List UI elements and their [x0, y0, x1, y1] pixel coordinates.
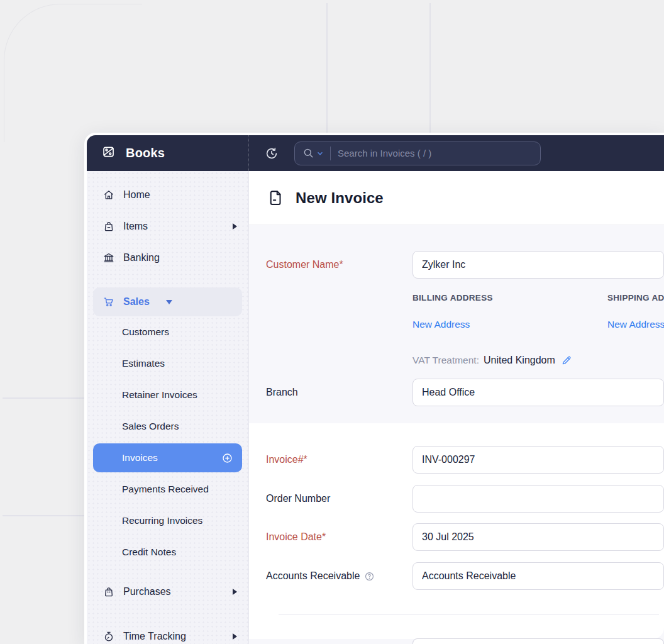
next-section	[249, 639, 664, 644]
background-divider	[429, 3, 431, 133]
background-divider	[326, 3, 328, 133]
sidebar-item-banking[interactable]: Banking	[87, 242, 248, 274]
invoice-details-section: Invoice#* Order Number Inv	[249, 423, 664, 639]
items-icon	[102, 220, 115, 233]
branch-label: Branch	[266, 387, 412, 398]
sidebar-item-label: Time Tracking	[123, 631, 186, 642]
cart-icon	[102, 296, 115, 308]
sidebar-item-label: Home	[123, 189, 150, 201]
customer-name-input[interactable]	[412, 251, 664, 279]
app-logo[interactable]: Books	[87, 135, 249, 171]
sidebar-item-sales-orders[interactable]: Sales Orders	[87, 411, 248, 442]
sidebar-item-label: Payments Received	[122, 484, 209, 495]
search-icon	[302, 147, 314, 159]
chevron-right-icon	[233, 633, 237, 640]
invoice-document-icon	[266, 189, 285, 208]
order-number-label: Order Number	[266, 493, 412, 504]
help-question-icon[interactable]	[364, 571, 375, 582]
sidebar-item-payments-received[interactable]: Payments Received	[87, 474, 248, 505]
vat-treatment-label: VAT Treatment:	[412, 355, 479, 366]
stopwatch-icon	[102, 630, 115, 643]
books-logo-icon	[101, 143, 118, 163]
home-icon	[102, 189, 115, 201]
branch-input[interactable]	[412, 379, 664, 406]
sidebar-item-sales[interactable]: Sales	[93, 287, 242, 316]
invoice-date-input[interactable]	[412, 523, 664, 551]
billing-new-address-link[interactable]: New Address	[412, 319, 607, 330]
customer-section: Customer Name* BILLING ADDRESS New Addre…	[249, 225, 664, 423]
shipping-address-header: SHIPPING ADDRESS	[607, 293, 664, 303]
sidebar-item-credit-notes[interactable]: Credit Notes	[87, 536, 248, 568]
page-title: New Invoice	[296, 189, 384, 207]
accounts-receivable-input[interactable]	[412, 562, 664, 590]
sidebar-item-items[interactable]: Items	[87, 211, 248, 242]
search-divider	[330, 147, 331, 160]
desktop-background: Books	[0, 0, 664, 644]
top-bar: Books	[87, 135, 664, 171]
order-number-input[interactable]	[412, 485, 664, 513]
billing-address-header: BILLING ADDRESS	[412, 293, 607, 303]
global-search[interactable]	[294, 142, 541, 165]
accounts-receivable-label-text: Accounts Receivable	[266, 570, 360, 582]
recent-history-icon[interactable]	[265, 147, 279, 160]
sidebar-item-label: Sales	[123, 296, 150, 308]
search-scope-chevron-down-icon[interactable]	[316, 150, 324, 157]
partial-input[interactable]	[412, 638, 664, 644]
sidebar-item-estimates[interactable]: Estimates	[87, 348, 248, 379]
chevron-right-icon	[233, 589, 237, 595]
section-divider	[279, 614, 659, 615]
app-name: Books	[126, 146, 165, 160]
customer-name-label: Customer Name*	[266, 259, 412, 270]
main-content: New Invoice Customer Name* BILLING ADDRE…	[249, 171, 664, 644]
background-divider	[3, 515, 86, 516]
sidebar-item-customers[interactable]: Customers	[87, 316, 248, 348]
sidebar-item-label: Purchases	[123, 586, 171, 597]
sidebar-item-label: Sales Orders	[122, 421, 179, 432]
sidebar-item-label: Banking	[123, 252, 160, 264]
edit-pencil-icon[interactable]	[561, 355, 572, 366]
sidebar-item-label: Retainer Invoices	[122, 389, 197, 401]
invoice-date-label: Invoice Date*	[266, 531, 412, 543]
chevron-down-icon	[166, 300, 172, 304]
chevron-right-icon	[233, 223, 237, 230]
sidebar: Home Items	[87, 171, 249, 644]
bank-icon	[102, 252, 115, 264]
invoice-number-input[interactable]	[412, 446, 664, 474]
background-divider	[3, 397, 86, 399]
invoice-number-label: Invoice#*	[266, 454, 412, 465]
sidebar-item-retainer-invoices[interactable]: Retainer Invoices	[87, 379, 248, 411]
add-invoice-plus-icon[interactable]	[221, 452, 233, 464]
sidebar-item-time-tracking[interactable]: Time Tracking	[87, 621, 248, 644]
vat-treatment-value: United Kingdom	[484, 355, 555, 366]
background-card-corner	[4, 4, 142, 142]
sidebar-item-purchases[interactable]: Purchases	[87, 576, 248, 608]
sidebar-item-label: Customers	[122, 326, 169, 338]
sidebar-item-invoices-selected[interactable]: Invoices	[93, 443, 242, 472]
sidebar-item-label: Recurring Invoices	[122, 515, 202, 526]
sidebar-item-label: Items	[123, 221, 148, 232]
shipping-new-address-link[interactable]: New Address	[607, 319, 664, 330]
sidebar-item-label: Invoices	[122, 452, 158, 464]
sidebar-item-label: Estimates	[122, 358, 165, 369]
shopping-bag-icon	[102, 586, 115, 598]
app-window: Books	[84, 133, 664, 644]
sidebar-item-home[interactable]: Home	[87, 179, 248, 211]
sidebar-item-recurring-invoices[interactable]: Recurring Invoices	[87, 505, 248, 536]
accounts-receivable-label: Accounts Receivable	[266, 570, 412, 582]
page-header: New Invoice	[249, 171, 664, 225]
sidebar-item-label: Credit Notes	[122, 547, 176, 558]
search-input[interactable]	[338, 148, 482, 158]
